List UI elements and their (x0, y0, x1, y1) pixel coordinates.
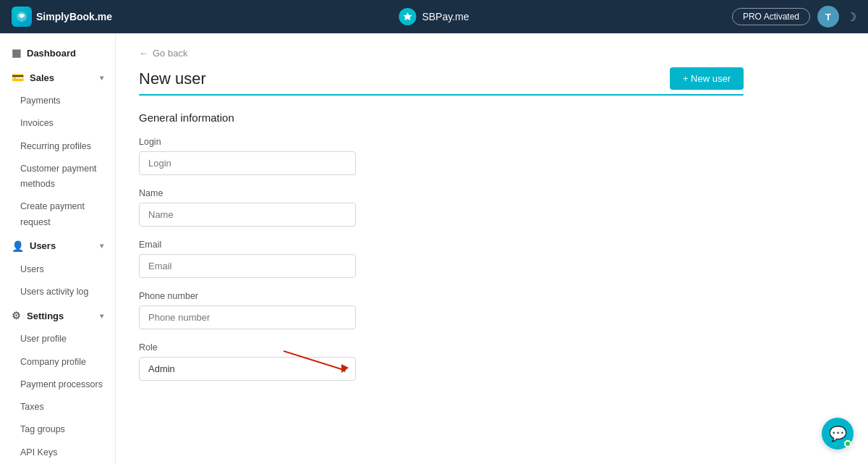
pro-badge: PRO Activated (732, 8, 810, 25)
section-title: General information (139, 111, 744, 124)
logo: SimplyBook.me (12, 7, 112, 27)
role-select-wrapper: Admin User Manager (139, 357, 356, 381)
back-label: Go back (153, 48, 187, 59)
online-indicator (844, 440, 851, 447)
logo-icon (12, 7, 32, 27)
sidebar-item-taxes[interactable]: Taxes (0, 396, 115, 418)
sidebar-item-user-profile[interactable]: User profile (0, 328, 115, 350)
email-field-group: Email (139, 240, 356, 278)
users-label: Users (30, 240, 56, 251)
sidebar-item-users[interactable]: Users (0, 258, 115, 281)
sidebar-item-tag-groups[interactable]: Tag groups (0, 418, 115, 441)
sidebar-section-users[interactable]: 👤 Users ▾ (0, 234, 115, 258)
login-input[interactable] (139, 151, 356, 175)
settings-label: Settings (27, 311, 64, 321)
sidebar-item-create-payment-request[interactable]: Create payment request (0, 195, 115, 234)
center-brand: SBPay.me (399, 8, 469, 25)
role-select[interactable]: Admin User Manager (139, 357, 356, 381)
sidebar-item-api-keys[interactable]: API Keys (0, 442, 115, 464)
sales-label: Sales (30, 72, 54, 83)
users-icon: 👤 (12, 240, 24, 252)
sidebar-section-sales[interactable]: 💳 Sales ▾ (0, 65, 115, 90)
dashboard-label: Dashboard (27, 48, 76, 59)
avatar[interactable]: T (817, 6, 839, 28)
sidebar-item-invoices[interactable]: Invoices (0, 112, 115, 135)
login-field-group: Login (139, 137, 356, 175)
email-label: Email (139, 240, 356, 250)
svg-point-0 (20, 15, 23, 18)
page-title: New user (139, 69, 206, 88)
phone-field-group: Phone number (139, 291, 356, 329)
dashboard-icon: ▦ (12, 47, 21, 59)
phone-input[interactable] (139, 305, 356, 329)
sidebar-item-recurring-profiles[interactable]: Recurring profiles (0, 135, 115, 158)
sales-icon: 💳 (12, 72, 24, 83)
sales-chevron: ▾ (100, 74, 103, 82)
sidebar-item-payments[interactable]: Payments (0, 90, 115, 112)
chat-support-button[interactable]: 💬 (822, 418, 854, 450)
role-field-group: Role Admin User Manager (139, 342, 356, 381)
sidebar-item-customer-payment-methods[interactable]: Customer payment methods (0, 158, 115, 196)
name-field-group: Name (139, 188, 356, 227)
logo-text: SimplyBook.me (36, 11, 112, 22)
page-header: New user + New user (139, 67, 744, 90)
chat-icon: 💬 (829, 425, 847, 442)
phone-label: Phone number (139, 291, 356, 301)
theme-toggle-icon[interactable]: ☽ (846, 10, 856, 24)
new-user-button[interactable]: + New user (670, 67, 744, 90)
role-label: Role (139, 342, 356, 353)
settings-icon: ⚙ (12, 310, 21, 321)
back-button[interactable]: ← Go back (139, 48, 744, 59)
sidebar-item-payment-processors[interactable]: Payment processors (0, 374, 115, 396)
settings-chevron: ▾ (100, 312, 103, 320)
users-chevron: ▾ (100, 242, 103, 250)
sidebar-section-dashboard[interactable]: ▦ Dashboard (0, 41, 115, 65)
topnav-right: PRO Activated T ☽ (732, 6, 856, 28)
sidebar-item-users-activity-log[interactable]: Users activity log (0, 281, 115, 303)
sidebar-section-settings[interactable]: ⚙ Settings ▾ (0, 303, 115, 328)
main-content: ← Go back New user + New user General in… (116, 33, 868, 464)
name-input[interactable] (139, 203, 356, 227)
role-select-container: Admin User Manager (139, 357, 356, 381)
email-input[interactable] (139, 254, 356, 278)
header-divider (139, 94, 744, 96)
top-navigation: SimplyBook.me SBPay.me PRO Activated T ☽ (0, 0, 868, 33)
sidebar: ▦ Dashboard 💳 Sales ▾ Payments Invoices … (0, 33, 116, 464)
center-brand-label: SBPay.me (422, 11, 469, 22)
name-label: Name (139, 188, 356, 198)
main-layout: ▦ Dashboard 💳 Sales ▾ Payments Invoices … (0, 33, 868, 464)
sidebar-item-company-profile[interactable]: Company profile (0, 351, 115, 374)
login-label: Login (139, 137, 356, 147)
sbpay-icon (399, 8, 416, 25)
main-inner: ← Go back New user + New user General in… (116, 33, 767, 408)
back-arrow-icon: ← (139, 48, 148, 59)
